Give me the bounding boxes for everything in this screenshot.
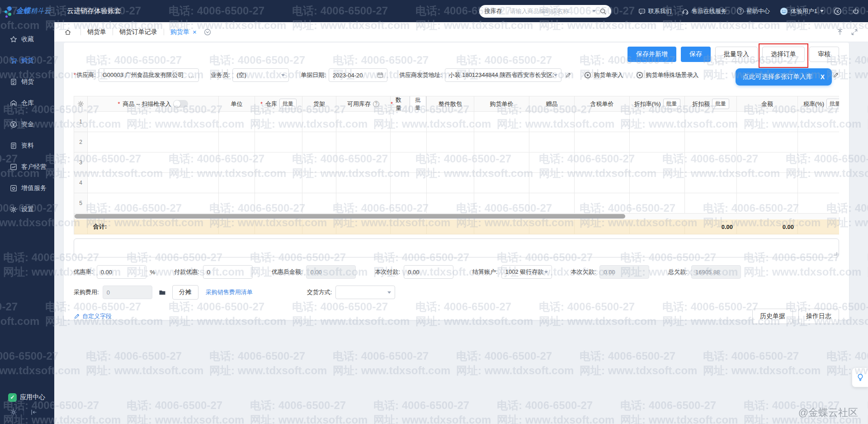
sidebar-item-warehouse[interactable]: 仓库 xyxy=(0,92,54,114)
table-cell[interactable] xyxy=(630,132,685,152)
close-tab-icon[interactable]: × xyxy=(193,28,197,36)
table-cell[interactable] xyxy=(630,193,685,214)
table-cell[interactable] xyxy=(575,112,630,132)
table-cell[interactable] xyxy=(630,152,685,173)
table-cell[interactable] xyxy=(255,152,302,173)
salesman-select[interactable]: (空) xyxy=(232,68,289,82)
table-cell[interactable] xyxy=(474,152,529,173)
table-cell[interactable] xyxy=(529,112,575,132)
table-cell[interactable] xyxy=(88,132,219,152)
tab-sales-order-records[interactable]: 销货订单记录 xyxy=(119,28,157,36)
table-cell[interactable] xyxy=(427,152,474,173)
app-logo[interactable]: 金蝶精斗云 xyxy=(0,0,54,22)
table-cell[interactable] xyxy=(737,152,798,173)
search-icon[interactable] xyxy=(599,8,607,15)
table-cell[interactable] xyxy=(798,112,839,132)
table-cell[interactable] xyxy=(427,173,474,193)
table-cell[interactable] xyxy=(391,152,427,173)
fee-list-link[interactable]: 采购销售费用清单 xyxy=(206,288,253,296)
table-cell[interactable] xyxy=(685,193,737,214)
table-cell[interactable] xyxy=(575,193,630,214)
table-cell[interactable] xyxy=(737,112,798,132)
sidebar-item-settings[interactable]: 设置 xyxy=(0,199,54,220)
settlement-account-select[interactable]: 1002 银行存款 xyxy=(501,265,552,279)
table-cell[interactable] xyxy=(685,112,737,132)
table-cell[interactable] xyxy=(474,173,529,193)
help-center-link[interactable]: ? 帮助中心 xyxy=(737,7,770,15)
save-and-new-button[interactable]: 保存并新增 xyxy=(627,47,676,62)
table-cell[interactable] xyxy=(219,193,255,214)
home-icon[interactable] xyxy=(64,29,71,36)
theme-icon[interactable] xyxy=(10,409,17,416)
sidebar-item-funds[interactable]: 资金 xyxy=(0,114,54,135)
sidebar-item-purchase[interactable]: 购货 xyxy=(0,50,54,71)
table-cell[interactable] xyxy=(737,193,798,214)
horizontal-scrollbar[interactable] xyxy=(74,214,839,219)
sidebar-item-data[interactable]: 资料 xyxy=(0,135,54,156)
table-cell[interactable] xyxy=(302,112,336,132)
table-cell[interactable] xyxy=(255,112,302,132)
delivery-method-select[interactable] xyxy=(335,286,395,299)
table-cell[interactable] xyxy=(336,132,391,152)
table-cell[interactable] xyxy=(798,152,839,173)
tab-purchase-bill[interactable]: 购货单 × xyxy=(170,28,197,36)
table-cell[interactable] xyxy=(427,132,474,152)
table-cell[interactable] xyxy=(685,132,737,152)
table-cell[interactable] xyxy=(336,173,391,193)
contact-us-link[interactable]: 联系我们 xyxy=(638,7,672,15)
batch-edit-button[interactable]: 批量 xyxy=(663,99,680,109)
history-bills-button[interactable]: 历史单据 xyxy=(752,309,793,324)
table-cell[interactable] xyxy=(427,112,474,132)
table-cell[interactable] xyxy=(302,173,336,193)
table-cell[interactable] xyxy=(575,132,630,152)
table-cell[interactable] xyxy=(391,132,427,152)
close-tooltip-button[interactable]: X xyxy=(821,73,825,81)
table-cell[interactable] xyxy=(391,193,427,214)
calendar-icon[interactable] xyxy=(377,72,383,78)
table-cell[interactable] xyxy=(255,193,302,214)
paid-now-input[interactable] xyxy=(404,265,453,279)
table-cell[interactable] xyxy=(798,173,839,193)
supplier-field[interactable]: G00003 广州食品批发有限公司 … xyxy=(99,68,199,82)
table-cell[interactable] xyxy=(255,173,302,193)
user-menu[interactable]: 体验用户1 xyxy=(780,7,824,15)
table-cell[interactable] xyxy=(529,152,575,173)
table-cell[interactable] xyxy=(575,173,630,193)
table-cell[interactable] xyxy=(391,173,427,193)
table-cell[interactable] xyxy=(255,132,302,152)
purchase-special-entry-link[interactable]: 购货单特殊场景录入 xyxy=(636,71,699,79)
table-cell[interactable] xyxy=(302,152,336,173)
batch-edit-button[interactable]: 批量 xyxy=(410,96,426,113)
table-cell[interactable] xyxy=(474,132,529,152)
table-cell[interactable] xyxy=(685,152,737,173)
operation-log-button[interactable]: 操作日志 xyxy=(798,309,839,324)
table-cell[interactable] xyxy=(88,173,219,193)
logout-button[interactable] xyxy=(852,7,860,15)
tips-bulb-button[interactable] xyxy=(852,367,868,387)
table-cell[interactable] xyxy=(529,193,575,214)
table-cell[interactable] xyxy=(737,173,798,193)
table-cell[interactable] xyxy=(336,193,391,214)
search-input[interactable] xyxy=(510,8,590,14)
sidebar-item-favorites[interactable]: 收藏 xyxy=(0,29,54,50)
back-button[interactable] xyxy=(834,7,842,15)
after-sales-link[interactable]: 售后在线服务 xyxy=(682,7,727,15)
table-cell[interactable] xyxy=(529,132,575,152)
batch-edit-button[interactable]: 批量 xyxy=(279,99,297,109)
table-cell[interactable] xyxy=(474,193,529,214)
info-icon[interactable]: ? xyxy=(373,101,379,107)
sidebar-item-sales[interactable]: 销货 xyxy=(0,71,54,92)
table-cell[interactable] xyxy=(88,193,219,214)
table-cell[interactable] xyxy=(798,193,839,214)
table-cell[interactable] xyxy=(685,173,737,193)
table-cell[interactable] xyxy=(88,112,219,132)
allocate-button[interactable]: 分摊 xyxy=(172,285,198,300)
table-cell[interactable] xyxy=(529,173,575,193)
custom-fields-link[interactable]: 自定义字段 xyxy=(74,312,112,320)
batch-edit-button[interactable]: 批量 xyxy=(712,99,729,109)
search-category[interactable]: 搜库存 xyxy=(485,7,502,15)
select-order-button[interactable]: 选择订单 xyxy=(762,47,805,62)
inventory-search[interactable]: 搜库存 xyxy=(479,5,611,18)
remark-textarea[interactable] xyxy=(74,238,839,257)
expand-icon[interactable] xyxy=(851,29,858,36)
